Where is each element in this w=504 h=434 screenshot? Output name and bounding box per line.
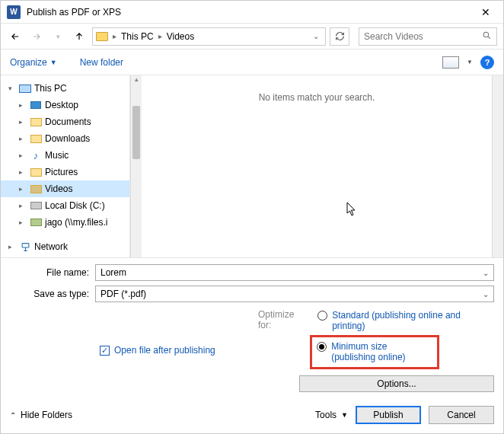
scrollbar-thumb[interactable]: [132, 106, 140, 159]
expand-icon[interactable]: ▸: [19, 168, 27, 176]
folder-icon: [30, 118, 42, 126]
filename-value: Lorem: [100, 267, 126, 278]
save-panel: File name: Lorem ⌄ Save as type: PDF (*.…: [1, 257, 503, 400]
explorer-body: ▾ This PC ▸ Desktop ▸ Documents ▸ Downlo…: [1, 75, 503, 257]
tree-label: Downloads: [45, 133, 90, 144]
radio-checked-icon: [317, 342, 327, 352]
help-button[interactable]: ?: [480, 56, 494, 69]
optimize-minimum-radio[interactable]: Minimum size (publishing online): [314, 340, 432, 364]
tree-scrollbar[interactable]: ▴: [130, 75, 142, 257]
tree-label: Local Disk (C:): [45, 200, 105, 211]
file-list[interactable]: No items match your search.: [142, 75, 492, 257]
close-button[interactable]: ✕: [474, 6, 497, 18]
optimize-for-label: Optimize for:: [258, 308, 314, 369]
file-list-pane: No items match your search.: [142, 75, 503, 257]
expand-icon[interactable]: ▸: [19, 135, 27, 142]
refresh-button[interactable]: [330, 27, 349, 46]
tools-label: Tools: [315, 410, 337, 420]
chevron-up-icon: ⌃: [10, 411, 16, 420]
desktop-icon: [30, 101, 41, 109]
organize-menu[interactable]: Organize ▼: [10, 57, 57, 68]
folder-icon: [30, 168, 42, 177]
open-after-label: Open file after publishing: [114, 345, 215, 356]
optimize-minimum-label: Minimum size (publishing online): [331, 341, 429, 362]
tree-label: Pictures: [45, 167, 78, 177]
dialog-window: W Publish as PDF or XPS ✕ ▾ ▸ This PC ▸ …: [0, 0, 504, 434]
network-icon: [19, 241, 31, 252]
open-after-publish-checkbox[interactable]: ✓ Open file after publishing: [100, 308, 215, 392]
content-scrollbar[interactable]: [492, 75, 503, 257]
radio-unchecked-icon: [317, 311, 327, 321]
expand-icon[interactable]: ▸: [19, 185, 27, 193]
tree-documents[interactable]: ▸ Documents: [1, 113, 129, 130]
nav-up-button[interactable]: [71, 28, 88, 45]
tree-label: Music: [45, 150, 69, 161]
tree-videos[interactable]: ▸ Videos: [1, 180, 129, 197]
view-menu-button[interactable]: [442, 56, 459, 69]
tree-network[interactable]: ▸ Network: [1, 238, 129, 255]
navigation-bar: ▾ ▸ This PC ▸ Videos ⌄ Search Videos: [1, 24, 503, 49]
tree-local-disk[interactable]: ▸ Local Disk (C:): [1, 197, 129, 214]
folder-icon: [96, 32, 108, 41]
expand-icon[interactable]: ▸: [19, 202, 27, 209]
tree-label: Videos: [45, 183, 72, 194]
videos-icon: [30, 185, 42, 193]
chevron-right-icon[interactable]: ▸: [157, 32, 164, 40]
tree-label: This PC: [34, 83, 67, 94]
chevron-down-icon[interactable]: ⌄: [483, 269, 489, 277]
expand-icon[interactable]: ▸: [8, 243, 16, 251]
dialog-footer: ⌃ Hide Folders Tools ▼ Publish Cancel: [1, 400, 503, 433]
chevron-right-icon[interactable]: ▸: [111, 32, 118, 40]
new-folder-button[interactable]: New folder: [80, 57, 123, 68]
cancel-button[interactable]: Cancel: [429, 406, 494, 424]
hide-folders-button[interactable]: ⌃ Hide Folders: [10, 410, 72, 420]
address-bar[interactable]: ▸ This PC ▸ Videos ⌄: [92, 27, 326, 46]
collapse-icon[interactable]: ▾: [8, 85, 16, 92]
tree-network-drive[interactable]: ▸ jago (\\my.files.i: [1, 214, 129, 231]
pc-icon: [19, 85, 31, 93]
word-app-icon: W: [7, 5, 21, 19]
chevron-down-icon[interactable]: ⌄: [483, 290, 489, 298]
expand-icon[interactable]: ▸: [19, 152, 27, 159]
highlight-box: Minimum size (publishing online): [310, 335, 439, 369]
nav-tree: ▾ This PC ▸ Desktop ▸ Documents ▸ Downlo…: [1, 75, 130, 257]
svg-rect-1: [22, 243, 29, 247]
expand-icon[interactable]: ▸: [19, 118, 27, 126]
window-title: Publish as PDF or XPS: [27, 7, 474, 18]
expand-icon[interactable]: ▸: [19, 219, 27, 226]
folder-icon: [30, 135, 42, 143]
optimize-standard-radio[interactable]: Standard (publishing online and printing…: [314, 308, 494, 333]
tree-downloads[interactable]: ▸ Downloads: [1, 130, 129, 147]
organize-label: Organize: [10, 57, 47, 68]
search-input[interactable]: Search Videos: [359, 27, 497, 46]
savetype-select[interactable]: PDF (*.pdf) ⌄: [95, 286, 494, 302]
filename-input[interactable]: Lorem ⌄: [95, 264, 494, 281]
savetype-value: PDF (*.pdf): [100, 289, 146, 299]
tree-desktop[interactable]: ▸ Desktop: [1, 97, 129, 113]
tree-label: Network: [34, 241, 68, 252]
tree-label: Documents: [45, 116, 91, 127]
expand-icon[interactable]: ▸: [19, 101, 27, 109]
tools-menu[interactable]: Tools ▼: [315, 410, 348, 420]
chevron-down-icon[interactable]: ▼: [467, 59, 473, 65]
nav-recent-dropdown[interactable]: ▾: [49, 28, 66, 45]
publish-button[interactable]: Publish: [356, 406, 421, 424]
options-button[interactable]: Options...: [299, 375, 494, 392]
nav-forward-button[interactable]: [28, 28, 45, 45]
drive-icon: [30, 202, 42, 209]
hide-folders-label: Hide Folders: [21, 410, 72, 420]
tree-label: jago (\\my.files.i: [45, 217, 107, 228]
cursor-icon: [346, 202, 359, 219]
breadcrumb-root[interactable]: This PC: [121, 31, 154, 42]
search-icon[interactable]: [482, 30, 492, 43]
chevron-down-icon: ▼: [50, 59, 57, 66]
tree-label: Desktop: [45, 100, 78, 110]
tree-music[interactable]: ▸ ♪ Music: [1, 147, 129, 164]
tree-pictures[interactable]: ▸ Pictures: [1, 164, 129, 180]
tree-this-pc[interactable]: ▾ This PC: [1, 80, 129, 97]
address-dropdown-icon[interactable]: ⌄: [310, 32, 322, 40]
breadcrumb-current[interactable]: Videos: [167, 31, 194, 42]
nav-back-button[interactable]: [7, 28, 24, 45]
empty-message: No items match your search.: [142, 92, 492, 103]
chevron-down-icon: ▼: [341, 411, 348, 419]
